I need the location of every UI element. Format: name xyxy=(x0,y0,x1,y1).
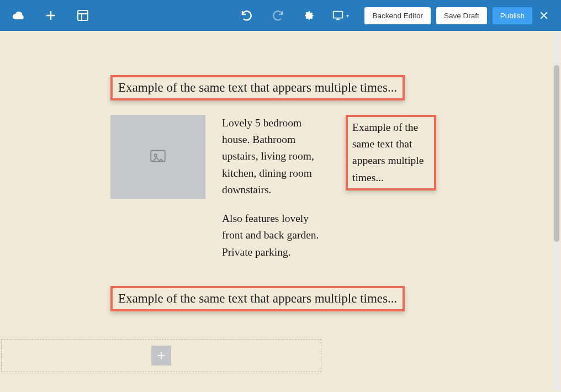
image-icon xyxy=(149,147,167,166)
settings-icon[interactable] xyxy=(301,8,316,23)
add-section-button[interactable]: + xyxy=(151,346,171,365)
heading-text: Example of the same text that appears mu… xyxy=(118,81,397,94)
svg-rect-0 xyxy=(78,10,88,20)
scrollbar-track[interactable] xyxy=(554,32,559,391)
side-column: Example of the same text that appears mu… xyxy=(346,115,436,190)
save-draft-button[interactable]: Save Draft xyxy=(436,7,487,24)
body-paragraph-1: Lovely 5 bedroom house. Bathroom upstair… xyxy=(222,115,324,198)
redo-icon[interactable] xyxy=(270,8,285,23)
add-element-icon[interactable] xyxy=(43,8,59,23)
plus-icon: + xyxy=(157,347,165,364)
publish-button[interactable]: Publish xyxy=(493,7,532,24)
heading-text-2: Example of the same text that appears mu… xyxy=(118,292,397,305)
chevron-down-icon: ▾ xyxy=(346,13,349,19)
three-col-row: Lovely 5 bedroom house. Bathroom upstair… xyxy=(110,115,436,261)
svg-rect-1 xyxy=(334,12,343,18)
highlighted-heading-2[interactable]: Example of the same text that appears mu… xyxy=(110,286,405,311)
highlighted-side-text[interactable]: Example of the same text that appears mu… xyxy=(346,115,436,190)
canvas: Example of the same text that appears mu… xyxy=(0,31,561,392)
highlighted-heading-1[interactable]: Example of the same text that appears mu… xyxy=(110,75,405,100)
body-text-column[interactable]: Lovely 5 bedroom house. Bathroom upstair… xyxy=(222,115,324,261)
heading-row-2: Example of the same text that appears mu… xyxy=(110,286,436,311)
viewport-selector[interactable]: ▾ xyxy=(332,9,349,22)
toolbar-center: ▾ xyxy=(239,8,349,23)
body-paragraph-2: Also features lovely front and back gard… xyxy=(222,210,324,261)
close-icon[interactable] xyxy=(538,9,550,22)
image-placeholder[interactable] xyxy=(110,115,205,199)
templates-icon[interactable] xyxy=(75,8,91,23)
content-wrap: Example of the same text that appears mu… xyxy=(110,75,436,311)
toolbar: ▾ Backend Editor Save Draft Publish xyxy=(0,0,561,31)
logo-cloud-icon[interactable] xyxy=(11,8,27,23)
side-text: Example of the same text that appears mu… xyxy=(352,119,430,186)
undo-icon[interactable] xyxy=(239,8,255,23)
svg-point-3 xyxy=(154,154,157,157)
toolbar-right: Backend Editor Save Draft Publish xyxy=(364,7,550,24)
add-section-placeholder[interactable]: + xyxy=(1,339,321,372)
toolbar-left xyxy=(11,8,91,23)
heading-row-1: Example of the same text that appears mu… xyxy=(110,75,436,100)
backend-editor-button[interactable]: Backend Editor xyxy=(364,7,431,24)
scrollbar-thumb[interactable] xyxy=(554,65,559,242)
